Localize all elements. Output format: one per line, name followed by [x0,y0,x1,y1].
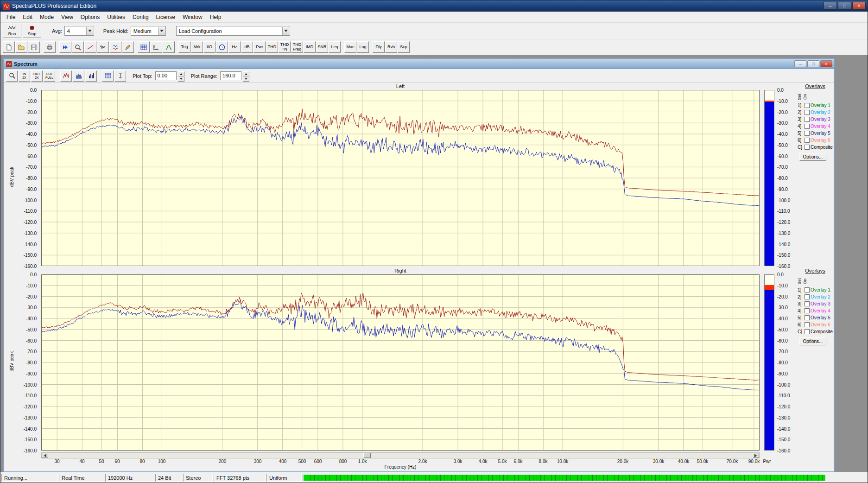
toolbar-button-snr[interactable]: SNR [316,41,328,53]
overlay-set-link[interactable]: 3] [798,117,804,122]
toolbar-button-thd-freq[interactable]: THD Freq [291,41,303,53]
overlay-on-checkbox[interactable] [805,294,810,299]
avg-select[interactable]: 4 [64,26,94,36]
menu-item-file[interactable]: File [3,13,19,22]
pen-button[interactable] [122,41,134,53]
overlay-set-link[interactable]: C] [798,145,804,150]
minimize-icon[interactable]: – [794,60,806,67]
spin-up-icon[interactable] [243,71,249,76]
toolbar-button-log[interactable]: Log [357,41,369,53]
close-icon[interactable]: × [820,60,832,67]
overlay-on-checkbox[interactable] [805,110,810,115]
new-document-button[interactable] [3,41,15,53]
scrollbar-thumb[interactable] [363,453,371,458]
run-button[interactable]: Run [3,24,21,38]
overlay-on-checkbox[interactable] [805,287,810,292]
overlay-on-checkbox[interactable] [805,322,810,327]
spin-down-icon[interactable] [178,76,184,82]
overlay-set-link[interactable]: 2] [798,294,804,299]
menu-item-edit[interactable]: Edit [19,13,36,22]
overlay-on-checkbox[interactable] [805,301,810,306]
overlay-on-checkbox[interactable] [805,329,810,334]
plot-top-input[interactable]: 0.00 [155,71,177,80]
scroll-left-icon[interactable] [42,453,48,458]
overlay-set-link[interactable]: 4] [798,308,804,313]
spectrum-plot[interactable] [41,90,760,266]
menu-item-window[interactable]: Window [179,13,206,22]
load-configuration-select[interactable]: Load Configuration [176,26,290,36]
overlay-set-link[interactable]: 2] [798,110,804,115]
bell-curve-button[interactable] [163,41,175,53]
menu-item-options[interactable]: Options [77,13,103,22]
toolbar-button-imd[interactable]: IMD [304,41,316,53]
zoom-wave-button[interactable] [72,41,84,53]
filled-spectrum-button[interactable] [73,70,84,82]
overlay-set-link[interactable]: C] [798,329,804,334]
zoom-out-full[interactable]: OUT FULL [44,70,55,82]
print-button[interactable] [44,41,56,53]
multi-waveform-button[interactable] [109,41,121,53]
menu-item-view[interactable]: View [57,13,77,22]
toolbar-button-thd[interactable]: THD [266,41,278,53]
overlay-on-checkbox[interactable] [805,124,810,129]
overlay-on-checkbox[interactable] [805,145,810,150]
toolbar-button-dly[interactable]: Dly [373,41,385,53]
plot-range-input[interactable]: 160.0 [220,71,241,80]
ruler-button[interactable] [150,41,162,53]
overlay-on-checkbox[interactable] [805,131,810,136]
spectrum-plot[interactable] [41,274,760,451]
toolbar-button-hz[interactable]: Hz [228,41,241,53]
fast-forward-button[interactable] [59,41,71,53]
overlay-on-checkbox[interactable] [805,138,810,143]
frequency-scrollbar[interactable] [41,452,760,458]
stop-button[interactable]: Stop [23,24,41,38]
minimize-icon[interactable]: – [824,2,837,10]
toolbar-button-pwr[interactable]: Pwr [253,41,266,53]
toolbar-button-rvb[interactable]: Rvb [385,41,397,53]
slope-button[interactable] [84,41,96,53]
plot-range-stepper[interactable] [243,71,249,80]
zoom-select-button[interactable] [6,70,18,82]
zoom-in-2x[interactable]: IN 2X [19,70,30,82]
zoom-out-2x[interactable]: OUT 2X [31,70,43,82]
menu-item-help[interactable]: Help [206,13,225,22]
overlay-on-checkbox[interactable] [805,103,810,108]
peak-hold-select[interactable]: Medium [131,26,166,36]
overlay-set-link[interactable]: 3] [798,301,804,306]
toolbar-button-i-o[interactable]: I/O [203,41,215,53]
close-icon[interactable]: × [852,2,866,10]
overlay-set-link[interactable]: 4] [798,124,804,129]
overlay-on-checkbox[interactable] [805,117,810,122]
spin-up-icon[interactable] [178,71,184,76]
marker-line-button[interactable] [114,70,126,82]
waveform-button[interactable] [97,41,109,53]
menu-item-utilities[interactable]: Utilities [103,13,129,22]
bar-spectrum-button[interactable] [85,70,97,82]
overlay-set-link[interactable]: 5] [798,315,804,320]
overlay-options-button[interactable]: Options... [799,153,826,161]
toolbar-button-leq[interactable]: Leq [329,41,341,53]
menu-item-config[interactable]: Config [129,13,152,22]
maximize-icon[interactable]: □ [838,2,851,10]
open-folder-button[interactable] [15,41,27,53]
overlay-on-checkbox[interactable] [805,308,810,313]
toolbar-button-mrk[interactable]: Mrk [191,41,203,53]
overlay-set-link[interactable]: 1] [798,287,804,292]
overlay-set-link[interactable]: 6] [798,138,804,143]
scroll-right-icon[interactable] [753,453,759,458]
toolbar-button-trig[interactable]: Trig [178,41,190,53]
toolbar-button-thd-n[interactable]: THD +N [279,41,291,53]
maximize-icon[interactable]: □ [807,60,819,67]
line-spectrum-button[interactable] [60,70,72,82]
plot-top-stepper[interactable] [178,71,184,80]
spin-down-icon[interactable] [243,76,249,82]
toolbar-button-db[interactable]: dB [241,41,253,53]
menu-item-license[interactable]: License [152,13,179,22]
menu-item-mode[interactable]: Mode [36,13,57,22]
overlay-set-link[interactable]: 1] [798,103,804,108]
overlay-options-button[interactable]: Options... [799,337,826,345]
table-display-button[interactable] [102,70,114,82]
overlay-set-link[interactable]: 5] [798,131,804,136]
overlay-on-checkbox[interactable] [805,315,810,320]
save-button[interactable] [28,41,40,53]
